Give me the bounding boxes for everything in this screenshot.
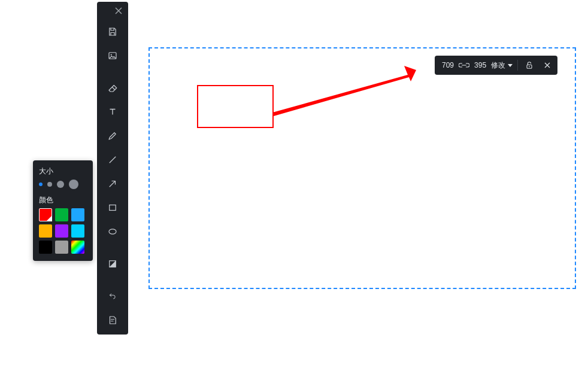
- svg-rect-2: [110, 205, 116, 211]
- rectangle-icon: [107, 202, 118, 213]
- tool-sticker[interactable]: [101, 308, 125, 332]
- tool-image[interactable]: [101, 44, 125, 68]
- link-icon[interactable]: [459, 62, 469, 69]
- undo-icon: [107, 291, 118, 302]
- size-options: [39, 180, 87, 189]
- annotation-rectangle[interactable]: [197, 85, 274, 128]
- image-icon: [107, 50, 118, 61]
- toolbar: [97, 2, 128, 335]
- color-swatch-black[interactable]: [39, 241, 52, 254]
- ellipse-icon: [107, 226, 118, 237]
- eraser-icon: [107, 83, 118, 93]
- sticker-icon: [107, 315, 118, 326]
- toolbar-close-button[interactable]: [97, 2, 128, 20]
- dimension-width: 709: [442, 61, 454, 69]
- text-icon: [107, 107, 118, 117]
- tool-eraser[interactable]: [101, 76, 125, 100]
- close-button[interactable]: [541, 59, 554, 72]
- size-option-xs[interactable]: [39, 183, 43, 186]
- color-swatch-yellow[interactable]: [39, 224, 52, 238]
- tool-rectangle[interactable]: [101, 196, 125, 220]
- color-swatch-blue[interactable]: [71, 208, 84, 221]
- divider: [517, 60, 518, 71]
- options-panel: 大小 颜色: [33, 160, 93, 261]
- close-icon: [115, 7, 122, 14]
- color-swatch-cyan[interactable]: [71, 224, 84, 238]
- svg-point-3: [109, 229, 116, 234]
- tool-text[interactable]: [101, 100, 125, 124]
- size-option-m[interactable]: [57, 181, 64, 188]
- save-icon: [107, 26, 118, 37]
- dimension-height: 395: [474, 61, 486, 69]
- color-swatch-purple[interactable]: [55, 224, 68, 238]
- tool-undo[interactable]: [101, 284, 125, 308]
- size-label: 大小: [39, 166, 87, 177]
- svg-point-1: [111, 54, 112, 55]
- size-option-s[interactable]: [47, 182, 52, 187]
- canvas-selection[interactable]: [148, 47, 576, 289]
- dimensions-bar: 709 395 修改: [435, 56, 557, 75]
- tool-save[interactable]: [101, 20, 125, 44]
- contrast-icon: [107, 259, 118, 269]
- tool-line[interactable]: [101, 148, 125, 172]
- svg-point-7: [529, 66, 530, 67]
- tool-pencil[interactable]: [101, 124, 125, 148]
- caret-down-icon: [508, 64, 513, 67]
- color-swatch-grey[interactable]: [55, 241, 68, 254]
- color-label: 颜色: [39, 195, 87, 205]
- modify-label: 修改: [491, 60, 505, 71]
- color-swatch-rainbow[interactable]: [71, 241, 84, 254]
- tool-ellipse[interactable]: [101, 220, 125, 244]
- color-options: [39, 208, 87, 254]
- lock-open-icon: [525, 60, 534, 70]
- tool-contrast[interactable]: [101, 252, 125, 276]
- color-swatch-red[interactable]: [39, 208, 52, 221]
- color-swatch-green[interactable]: [55, 208, 68, 221]
- lock-button[interactable]: [523, 59, 536, 72]
- modify-dropdown[interactable]: 修改: [491, 60, 513, 71]
- arrow-icon: [107, 178, 118, 189]
- close-icon: [542, 60, 552, 70]
- size-option-l[interactable]: [69, 180, 78, 189]
- tool-arrow[interactable]: [101, 172, 125, 196]
- line-icon: [107, 154, 118, 165]
- pencil-icon: [107, 130, 118, 141]
